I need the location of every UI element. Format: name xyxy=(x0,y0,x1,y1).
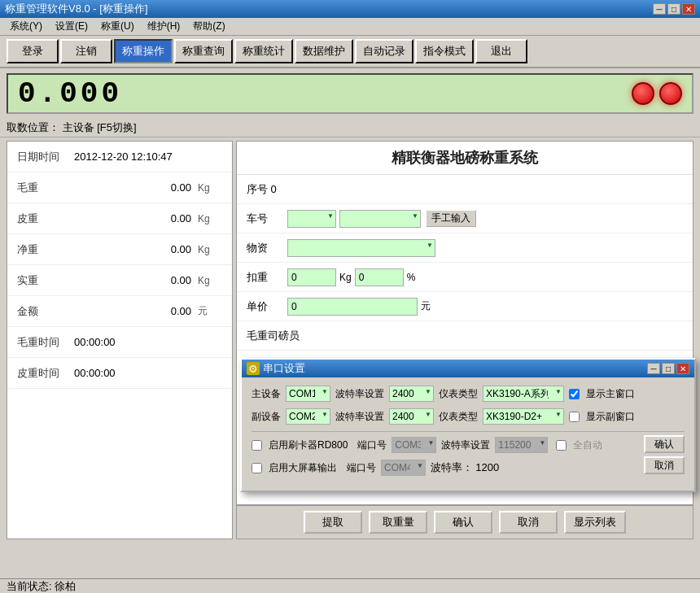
light-1 xyxy=(632,82,654,105)
close-button[interactable]: ✕ xyxy=(682,3,695,15)
tare-value: 0.00 xyxy=(74,212,198,225)
menu-maintenance[interactable]: 维护(H) xyxy=(141,19,187,34)
btn-cmd-mode[interactable]: 指令模式 xyxy=(415,39,474,63)
dialog-close-button[interactable]: ✕ xyxy=(676,363,689,374)
btn-logout[interactable]: 注销 xyxy=(60,39,112,63)
goods-row: 物资 xyxy=(237,233,693,263)
indicator-lights xyxy=(632,82,682,105)
actual-weight-row: 实重 0.00 Kg xyxy=(7,265,232,296)
card-baud-select[interactable]: 115200 9600 xyxy=(495,437,548,453)
serial-port-dialog: ⚙ 串口设置 ─ □ ✕ 主设备 COM1 COM2 COM3 COM4 xyxy=(240,358,696,492)
btn-weigh-query[interactable]: 称重查询 xyxy=(174,39,233,63)
deduct-pct-unit: % xyxy=(407,272,416,283)
main-baud-combo[interactable]: 2400 4800 9600 xyxy=(389,386,434,402)
btn-get-weight[interactable]: 取重量 xyxy=(369,511,427,534)
dialog-cancel-button[interactable]: 取消 xyxy=(644,456,685,474)
vehicle-select-1[interactable] xyxy=(287,210,336,228)
deduct-row: 扣重 Kg % xyxy=(237,263,693,292)
dialog-minimize-button[interactable]: ─ xyxy=(647,363,660,374)
maximize-button[interactable]: □ xyxy=(667,3,680,15)
menu-settings[interactable]: 设置(E) xyxy=(49,19,94,34)
auto-checkbox[interactable] xyxy=(556,440,567,451)
datetime-value: 2012-12-20 12:10:47 xyxy=(74,150,198,163)
btn-show-list[interactable]: 显示列表 xyxy=(564,511,626,534)
big-screen-port-combo[interactable]: COM4 xyxy=(381,460,426,476)
show-main-window-label: 显示主窗口 xyxy=(586,387,635,401)
dialog-confirm-button[interactable]: 确认 xyxy=(644,435,685,453)
big-screen-checkbox[interactable] xyxy=(252,463,262,473)
show-main-window-checkbox[interactable] xyxy=(569,389,580,399)
sub-port-combo[interactable]: COM1 COM2 COM3 COM4 xyxy=(286,408,330,425)
gross-label: 毛重 xyxy=(17,181,74,195)
btn-confirm[interactable]: 确认 xyxy=(434,511,492,534)
seq-text: 序号 0 xyxy=(247,182,277,197)
btn-auto-log[interactable]: 自动记录 xyxy=(355,39,413,63)
hand-input-button[interactable]: 手工输入 xyxy=(426,210,476,227)
goods-combo[interactable] xyxy=(287,239,435,257)
dialog-title-text: 串口设置 xyxy=(263,361,645,376)
sub-meter-select[interactable]: XK3190-D2+ XK3190-A系列 xyxy=(483,408,564,425)
main-meter-label: 仪表类型 xyxy=(439,387,478,401)
btn-weigh-op[interactable]: 称重操作 xyxy=(114,39,173,63)
card-reader-label: 启用刷卡器RD800 xyxy=(269,438,348,452)
main-device-row: 主设备 COM1 COM2 COM3 COM4 波特率设置 2400 4800 … xyxy=(252,386,685,402)
sub-baud-combo[interactable]: 2400 4800 9600 xyxy=(389,408,434,425)
auto-label: 全自动 xyxy=(573,438,602,452)
separator-1 xyxy=(252,431,685,432)
sub-port-select[interactable]: COM1 COM2 COM3 COM4 xyxy=(286,408,330,425)
big-screen-port-select[interactable]: COM4 xyxy=(381,460,426,476)
menu-system[interactable]: 系统(Y) xyxy=(3,19,49,34)
main-meter-combo[interactable]: XK3190-A系列 XK3190-D2+ xyxy=(483,386,564,402)
net-label: 净重 xyxy=(17,242,74,257)
show-sub-window-checkbox[interactable] xyxy=(569,412,580,422)
deduct-pct-input[interactable] xyxy=(355,268,404,286)
actual-unit: Kg xyxy=(198,275,222,286)
btn-fetch[interactable]: 提取 xyxy=(304,511,362,534)
btn-weigh-stats[interactable]: 称重统计 xyxy=(234,39,293,63)
gross-weight-row: 毛重 0.00 Kg xyxy=(7,172,232,203)
gross-time-label: 毛重时间 xyxy=(17,335,74,350)
main-dev-label: 主设备 xyxy=(252,387,281,401)
vehicle-combo-1[interactable] xyxy=(287,210,336,228)
amount-value: 0.00 xyxy=(74,305,198,317)
btn-data-maint[interactable]: 数据维护 xyxy=(295,39,353,63)
deduct-kg-input[interactable] xyxy=(287,268,336,286)
card-port-combo[interactable]: COM3 COM4 xyxy=(392,437,436,453)
gross-unit: Kg xyxy=(198,182,222,194)
minimize-button[interactable]: ─ xyxy=(653,3,666,15)
dialog-title-bar: ⚙ 串口设置 ─ □ ✕ xyxy=(242,360,694,377)
sub-meter-combo[interactable]: XK3190-D2+ XK3190-A系列 xyxy=(483,408,564,425)
gross-time-row: 毛重时间 00:00:00 xyxy=(7,327,232,358)
dialog-maximize-button[interactable]: □ xyxy=(662,363,675,374)
btn-exit[interactable]: 退出 xyxy=(475,39,527,63)
tare-unit: Kg xyxy=(198,213,222,225)
card-reader-checkbox[interactable] xyxy=(252,440,262,451)
main-meter-select[interactable]: XK3190-A系列 XK3190-D2+ xyxy=(483,386,564,402)
btn-cancel[interactable]: 取消 xyxy=(499,511,558,534)
menu-help[interactable]: 帮助(Z) xyxy=(186,19,231,34)
card-port-select[interactable]: COM3 COM4 xyxy=(392,437,436,453)
fetch-pos: 取数位置： 主设备 [F5切换] xyxy=(0,119,700,137)
vehicle-row: 车号 手工输入 xyxy=(237,204,693,233)
big-screen-baud-text: 波特率： 1200 xyxy=(431,460,499,475)
sub-device-row: 副设备 COM1 COM2 COM3 COM4 波特率设置 2400 4800 … xyxy=(252,408,685,425)
goods-select[interactable] xyxy=(287,239,435,257)
vehicle-combo-2[interactable] xyxy=(339,210,421,228)
card-baud-combo[interactable]: 115200 9600 xyxy=(495,437,548,453)
main-port-combo[interactable]: COM1 COM2 COM3 COM4 xyxy=(286,386,330,402)
seq-row: 序号 0 xyxy=(237,175,693,204)
btn-login[interactable]: 登录 xyxy=(7,39,59,63)
vehicle-select-2[interactable] xyxy=(339,210,421,228)
weight-display: 0.000 xyxy=(7,73,693,114)
datetime-row: 日期时间 2012-12-20 12:10:47 xyxy=(7,142,232,172)
main-baud-select[interactable]: 2400 4800 9600 xyxy=(389,386,434,402)
dialog-title-icon: ⚙ xyxy=(247,362,260,375)
datetime-label: 日期时间 xyxy=(17,150,74,164)
sub-baud-select[interactable]: 2400 4800 9600 xyxy=(389,408,434,425)
menu-weigh[interactable]: 称重(U) xyxy=(94,19,141,34)
weight-value: 0.000 xyxy=(18,77,122,111)
gross-value: 0.00 xyxy=(74,181,198,194)
unit-price-input[interactable] xyxy=(287,298,418,316)
main-port-select[interactable]: COM1 COM2 COM3 COM4 xyxy=(286,386,330,402)
net-weight-row: 净重 0.00 Kg xyxy=(7,234,232,265)
